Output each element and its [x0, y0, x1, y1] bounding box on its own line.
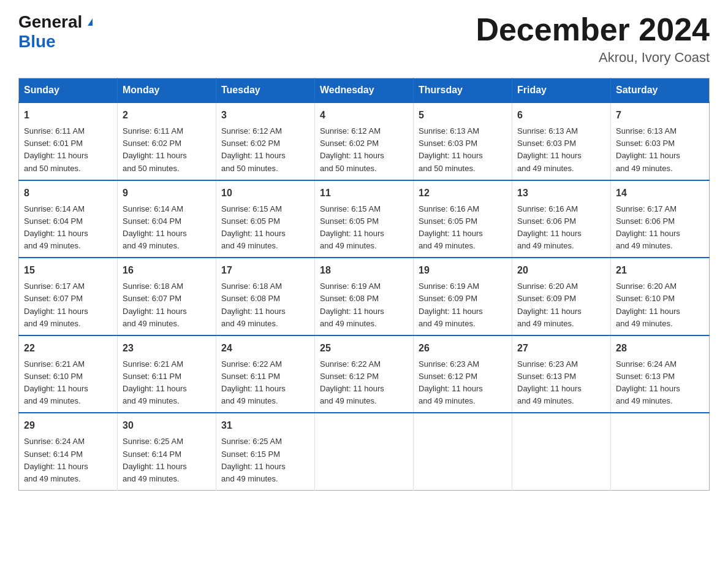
calendar-day-cell: 4 Sunrise: 6:12 AMSunset: 6:02 PMDayligh… [315, 102, 414, 180]
logo-triangle-icon [85, 16, 96, 29]
day-info: Sunrise: 6:20 AMSunset: 6:10 PMDaylight:… [616, 282, 680, 327]
day-info: Sunrise: 6:12 AMSunset: 6:02 PMDaylight:… [320, 126, 384, 172]
day-info: Sunrise: 6:12 AMSunset: 6:02 PMDaylight:… [221, 126, 286, 172]
day-number: 15 [24, 263, 112, 278]
calendar-day-cell: 26 Sunrise: 6:23 AMSunset: 6:12 PMDaylig… [414, 335, 512, 413]
calendar-header-row: Sunday Monday Tuesday Wednesday Thursday… [19, 79, 710, 103]
day-info: Sunrise: 6:14 AMSunset: 6:04 PMDaylight:… [123, 204, 187, 250]
calendar-week-row: 29 Sunrise: 6:24 AMSunset: 6:14 PMDaylig… [19, 413, 710, 490]
day-number: 18 [320, 263, 408, 278]
calendar-day-cell: 9 Sunrise: 6:14 AMSunset: 6:04 PMDayligh… [118, 180, 216, 258]
calendar-day-cell: 28 Sunrise: 6:24 AMSunset: 6:13 PMDaylig… [611, 335, 710, 413]
day-number: 7 [616, 108, 704, 123]
calendar-day-cell: 12 Sunrise: 6:16 AMSunset: 6:05 PMDaylig… [414, 180, 512, 258]
col-saturday: Saturday [611, 79, 710, 103]
day-number: 6 [517, 108, 605, 123]
calendar-day-cell: 27 Sunrise: 6:23 AMSunset: 6:13 PMDaylig… [512, 335, 611, 413]
logo-general-text: General [18, 12, 82, 32]
day-number: 30 [123, 418, 211, 433]
day-number: 16 [123, 263, 211, 278]
calendar-day-cell: 29 Sunrise: 6:24 AMSunset: 6:14 PMDaylig… [19, 413, 118, 490]
day-number: 25 [320, 341, 408, 356]
day-number: 22 [24, 341, 112, 356]
calendar-day-cell: 15 Sunrise: 6:17 AMSunset: 6:07 PMDaylig… [19, 258, 118, 335]
calendar-day-cell: 31 Sunrise: 6:25 AMSunset: 6:15 PMDaylig… [216, 413, 315, 490]
day-number: 12 [419, 186, 507, 201]
calendar-day-cell: 3 Sunrise: 6:12 AMSunset: 6:02 PMDayligh… [216, 102, 315, 180]
month-title: December 2024 [476, 12, 710, 47]
day-info: Sunrise: 6:21 AMSunset: 6:10 PMDaylight:… [24, 359, 88, 405]
day-number: 5 [419, 108, 507, 123]
day-info: Sunrise: 6:23 AMSunset: 6:13 PMDaylight:… [517, 359, 582, 405]
day-info: Sunrise: 6:21 AMSunset: 6:11 PMDaylight:… [123, 359, 187, 405]
calendar-week-row: 8 Sunrise: 6:14 AMSunset: 6:04 PMDayligh… [19, 180, 710, 258]
day-info: Sunrise: 6:16 AMSunset: 6:06 PMDaylight:… [517, 204, 582, 250]
col-friday: Friday [512, 79, 611, 103]
calendar-day-cell: 5 Sunrise: 6:13 AMSunset: 6:03 PMDayligh… [414, 102, 512, 180]
calendar-day-cell: 13 Sunrise: 6:16 AMSunset: 6:06 PMDaylig… [512, 180, 611, 258]
day-number: 2 [123, 108, 211, 123]
calendar-day-cell: 14 Sunrise: 6:17 AMSunset: 6:06 PMDaylig… [611, 180, 710, 258]
calendar-day-cell: 2 Sunrise: 6:11 AMSunset: 6:02 PMDayligh… [118, 102, 216, 180]
day-info: Sunrise: 6:13 AMSunset: 6:03 PMDaylight:… [616, 126, 680, 172]
calendar-day-cell: 16 Sunrise: 6:18 AMSunset: 6:07 PMDaylig… [118, 258, 216, 335]
day-info: Sunrise: 6:22 AMSunset: 6:12 PMDaylight:… [320, 359, 384, 405]
calendar-day-cell: 23 Sunrise: 6:21 AMSunset: 6:11 PMDaylig… [118, 335, 216, 413]
calendar-day-cell [414, 413, 512, 490]
calendar-day-cell: 18 Sunrise: 6:19 AMSunset: 6:08 PMDaylig… [315, 258, 414, 335]
calendar-day-cell: 11 Sunrise: 6:15 AMSunset: 6:05 PMDaylig… [315, 180, 414, 258]
day-number: 9 [123, 186, 211, 201]
day-info: Sunrise: 6:18 AMSunset: 6:08 PMDaylight:… [221, 282, 286, 327]
page-header: General Blue December 2024 Akrou, Ivory … [18, 12, 710, 66]
day-number: 4 [320, 108, 408, 123]
day-number: 31 [221, 418, 309, 433]
day-number: 27 [517, 341, 605, 356]
day-number: 29 [24, 418, 112, 433]
calendar-day-cell: 22 Sunrise: 6:21 AMSunset: 6:10 PMDaylig… [19, 335, 118, 413]
day-number: 3 [221, 108, 309, 123]
day-number: 19 [419, 263, 507, 278]
calendar-week-row: 1 Sunrise: 6:11 AMSunset: 6:01 PMDayligh… [19, 102, 710, 180]
calendar-day-cell [315, 413, 414, 490]
day-info: Sunrise: 6:11 AMSunset: 6:02 PMDaylight:… [123, 126, 187, 172]
day-info: Sunrise: 6:24 AMSunset: 6:14 PMDaylight:… [24, 437, 88, 483]
calendar-day-cell: 21 Sunrise: 6:20 AMSunset: 6:10 PMDaylig… [611, 258, 710, 335]
logo-blue-text: Blue [18, 32, 56, 51]
logo: General Blue [18, 12, 96, 52]
calendar-week-row: 15 Sunrise: 6:17 AMSunset: 6:07 PMDaylig… [19, 258, 710, 335]
day-info: Sunrise: 6:23 AMSunset: 6:12 PMDaylight:… [419, 359, 483, 405]
day-info: Sunrise: 6:15 AMSunset: 6:05 PMDaylight:… [320, 204, 384, 250]
svg-marker-0 [88, 18, 93, 26]
calendar-day-cell: 20 Sunrise: 6:20 AMSunset: 6:09 PMDaylig… [512, 258, 611, 335]
day-number: 8 [24, 186, 112, 201]
calendar-day-cell: 24 Sunrise: 6:22 AMSunset: 6:11 PMDaylig… [216, 335, 315, 413]
location-title: Akrou, Ivory Coast [476, 50, 710, 66]
day-info: Sunrise: 6:19 AMSunset: 6:08 PMDaylight:… [320, 282, 384, 327]
day-info: Sunrise: 6:11 AMSunset: 6:01 PMDaylight:… [24, 126, 88, 172]
calendar-day-cell: 10 Sunrise: 6:15 AMSunset: 6:05 PMDaylig… [216, 180, 315, 258]
col-wednesday: Wednesday [315, 79, 414, 103]
col-monday: Monday [118, 79, 216, 103]
day-info: Sunrise: 6:15 AMSunset: 6:05 PMDaylight:… [221, 204, 286, 250]
day-number: 14 [616, 186, 704, 201]
day-info: Sunrise: 6:18 AMSunset: 6:07 PMDaylight:… [123, 282, 187, 327]
day-info: Sunrise: 6:20 AMSunset: 6:09 PMDaylight:… [517, 282, 582, 327]
day-number: 10 [221, 186, 309, 201]
col-thursday: Thursday [414, 79, 512, 103]
calendar-day-cell [512, 413, 611, 490]
day-info: Sunrise: 6:19 AMSunset: 6:09 PMDaylight:… [419, 282, 483, 327]
day-number: 11 [320, 186, 408, 201]
day-info: Sunrise: 6:13 AMSunset: 6:03 PMDaylight:… [419, 126, 483, 172]
day-info: Sunrise: 6:17 AMSunset: 6:07 PMDaylight:… [24, 282, 88, 327]
day-number: 20 [517, 263, 605, 278]
day-info: Sunrise: 6:17 AMSunset: 6:06 PMDaylight:… [616, 204, 680, 250]
day-number: 21 [616, 263, 704, 278]
calendar-day-cell [611, 413, 710, 490]
calendar-table: Sunday Monday Tuesday Wednesday Thursday… [18, 78, 710, 491]
day-info: Sunrise: 6:14 AMSunset: 6:04 PMDaylight:… [24, 204, 88, 250]
calendar-day-cell: 19 Sunrise: 6:19 AMSunset: 6:09 PMDaylig… [414, 258, 512, 335]
day-number: 28 [616, 341, 704, 356]
day-number: 24 [221, 341, 309, 356]
day-info: Sunrise: 6:25 AMSunset: 6:14 PMDaylight:… [123, 437, 187, 483]
day-info: Sunrise: 6:13 AMSunset: 6:03 PMDaylight:… [517, 126, 582, 172]
